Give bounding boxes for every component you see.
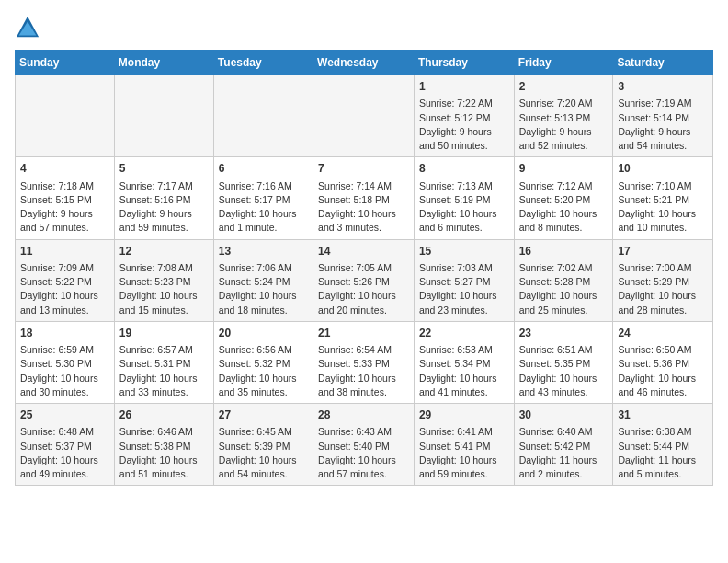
day-number: 18 bbox=[20, 326, 109, 341]
calendar-cell: 22Sunrise: 6:53 AMSunset: 5:34 PMDayligh… bbox=[414, 321, 514, 403]
day-info: Daylight: 10 hours bbox=[219, 290, 297, 301]
day-info: Daylight: 10 hours bbox=[618, 373, 696, 384]
day-info: Sunrise: 7:14 AM bbox=[318, 180, 392, 191]
day-info: Sunset: 5:23 PM bbox=[119, 276, 191, 287]
day-info: Daylight: 10 hours bbox=[519, 373, 597, 384]
header-row: SundayMondayTuesdayWednesdayThursdayFrid… bbox=[16, 51, 713, 75]
day-number: 10 bbox=[618, 161, 708, 177]
day-info: Sunrise: 7:18 AM bbox=[20, 180, 94, 191]
day-number: 8 bbox=[419, 161, 509, 177]
day-info: Sunset: 5:44 PM bbox=[618, 441, 689, 452]
calendar-cell: 9Sunrise: 7:12 AMSunset: 5:20 PMDaylight… bbox=[514, 157, 613, 239]
day-info: Sunrise: 7:19 AM bbox=[618, 98, 691, 109]
day-info: Sunrise: 7:10 AM bbox=[618, 180, 691, 191]
day-number: 30 bbox=[519, 408, 609, 423]
week-row-5: 25Sunrise: 6:48 AMSunset: 5:37 PMDayligh… bbox=[16, 404, 713, 486]
logo-icon bbox=[15, 15, 40, 40]
day-info: Daylight: 10 hours bbox=[419, 454, 497, 465]
day-number: 6 bbox=[219, 161, 308, 177]
calendar-cell bbox=[114, 75, 213, 157]
week-row-3: 11Sunrise: 7:09 AMSunset: 5:22 PMDayligh… bbox=[16, 239, 713, 321]
day-info: Sunrise: 6:51 AM bbox=[519, 344, 593, 355]
day-info: Sunset: 5:13 PM bbox=[519, 112, 591, 123]
day-info: Sunset: 5:22 PM bbox=[20, 276, 92, 287]
day-number: 22 bbox=[419, 326, 509, 341]
day-info: Sunrise: 6:45 AM bbox=[219, 426, 292, 437]
day-info: and 10 minutes. bbox=[618, 222, 687, 233]
day-info: Sunrise: 6:54 AM bbox=[318, 344, 392, 355]
week-row-4: 18Sunrise: 6:59 AMSunset: 5:30 PMDayligh… bbox=[16, 321, 713, 403]
day-info: Daylight: 9 hours bbox=[519, 126, 592, 137]
page-header bbox=[15, 15, 713, 40]
day-info: Daylight: 10 hours bbox=[419, 208, 497, 219]
day-number: 15 bbox=[419, 244, 509, 259]
day-number: 11 bbox=[20, 244, 109, 259]
day-info: Sunrise: 6:38 AM bbox=[618, 426, 691, 437]
day-info: Sunset: 5:18 PM bbox=[318, 194, 390, 205]
day-info: and 20 minutes. bbox=[318, 304, 387, 316]
day-info: Daylight: 10 hours bbox=[318, 373, 396, 384]
day-info: Daylight: 9 hours bbox=[419, 126, 492, 137]
day-info: Daylight: 10 hours bbox=[119, 290, 198, 301]
day-info: Daylight: 10 hours bbox=[618, 208, 696, 219]
day-info: Sunrise: 6:56 AM bbox=[219, 344, 292, 355]
day-info: Sunrise: 7:06 AM bbox=[219, 262, 292, 273]
day-info: Sunrise: 6:40 AM bbox=[519, 426, 593, 437]
day-info: Sunset: 5:36 PM bbox=[618, 358, 689, 369]
day-info: and 54 minutes. bbox=[219, 468, 288, 479]
calendar-body: 1Sunrise: 7:22 AMSunset: 5:12 PMDaylight… bbox=[16, 75, 713, 486]
day-info: Sunrise: 7:22 AM bbox=[419, 98, 493, 109]
logo bbox=[15, 15, 44, 40]
calendar-cell: 8Sunrise: 7:13 AMSunset: 5:19 PMDaylight… bbox=[414, 157, 514, 239]
day-info: Daylight: 10 hours bbox=[20, 454, 98, 465]
day-info: Sunrise: 6:59 AM bbox=[20, 344, 94, 355]
column-header-monday: Monday bbox=[114, 51, 213, 75]
day-number: 1 bbox=[419, 79, 509, 95]
calendar-table: SundayMondayTuesdayWednesdayThursdayFrid… bbox=[15, 50, 713, 486]
day-info: and 59 minutes. bbox=[119, 222, 188, 233]
day-info: and 49 minutes. bbox=[20, 468, 89, 479]
column-header-thursday: Thursday bbox=[414, 51, 514, 75]
day-info: Daylight: 10 hours bbox=[318, 290, 396, 301]
day-number: 13 bbox=[219, 244, 308, 259]
calendar-cell: 29Sunrise: 6:41 AMSunset: 5:41 PMDayligh… bbox=[414, 404, 514, 486]
day-info: and 8 minutes. bbox=[519, 222, 583, 233]
calendar-cell: 2Sunrise: 7:20 AMSunset: 5:13 PMDaylight… bbox=[514, 75, 613, 157]
day-info: Daylight: 9 hours bbox=[20, 208, 93, 219]
day-info: Sunset: 5:19 PM bbox=[419, 194, 491, 205]
day-info: Sunset: 5:30 PM bbox=[20, 358, 92, 369]
calendar-cell: 16Sunrise: 7:02 AMSunset: 5:28 PMDayligh… bbox=[514, 239, 613, 321]
day-info: Sunrise: 7:17 AM bbox=[119, 180, 193, 191]
calendar-cell: 21Sunrise: 6:54 AMSunset: 5:33 PMDayligh… bbox=[313, 321, 415, 403]
day-info: and 28 minutes. bbox=[618, 304, 687, 316]
day-number: 14 bbox=[318, 244, 409, 259]
day-info: Daylight: 10 hours bbox=[519, 290, 597, 301]
column-header-sunday: Sunday bbox=[16, 51, 115, 75]
calendar-cell: 10Sunrise: 7:10 AMSunset: 5:21 PMDayligh… bbox=[613, 157, 713, 239]
calendar-cell: 27Sunrise: 6:45 AMSunset: 5:39 PMDayligh… bbox=[213, 404, 313, 486]
day-info: Sunset: 5:32 PM bbox=[219, 358, 290, 369]
day-info: Daylight: 9 hours bbox=[618, 126, 690, 137]
day-number: 4 bbox=[20, 161, 109, 177]
day-info: Sunset: 5:24 PM bbox=[219, 276, 290, 287]
day-number: 5 bbox=[119, 161, 209, 177]
day-info: Sunset: 5:33 PM bbox=[318, 358, 390, 369]
day-info: Daylight: 10 hours bbox=[519, 208, 597, 219]
day-number: 31 bbox=[618, 408, 708, 423]
day-info: Daylight: 11 hours bbox=[618, 454, 696, 465]
day-info: Sunrise: 7:12 AM bbox=[519, 180, 593, 191]
calendar-cell bbox=[313, 75, 415, 157]
calendar-cell: 19Sunrise: 6:57 AMSunset: 5:31 PMDayligh… bbox=[114, 321, 213, 403]
day-number: 19 bbox=[119, 326, 209, 341]
day-info: Daylight: 10 hours bbox=[618, 290, 696, 301]
calendar-cell bbox=[16, 75, 115, 157]
calendar-cell: 23Sunrise: 6:51 AMSunset: 5:35 PMDayligh… bbox=[514, 321, 613, 403]
day-info: Sunset: 5:31 PM bbox=[119, 358, 191, 369]
day-info: and 5 minutes. bbox=[618, 468, 681, 479]
day-info: Sunrise: 7:16 AM bbox=[219, 180, 292, 191]
day-info: and 59 minutes. bbox=[419, 468, 488, 479]
day-info: Sunrise: 6:57 AM bbox=[119, 344, 193, 355]
calendar-cell: 26Sunrise: 6:46 AMSunset: 5:38 PMDayligh… bbox=[114, 404, 213, 486]
day-number: 3 bbox=[618, 79, 708, 95]
day-info: Sunset: 5:37 PM bbox=[20, 441, 92, 452]
